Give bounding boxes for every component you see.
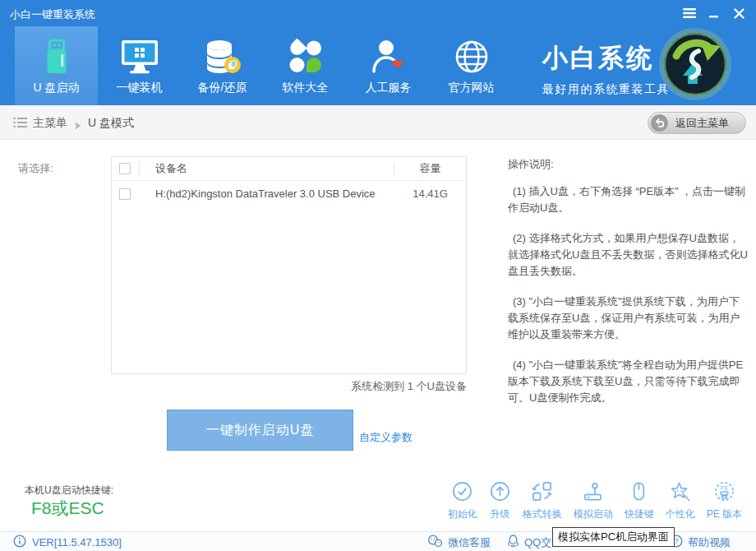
nav-label: 人工服务 xyxy=(366,81,412,95)
titlebar: 小白一键重装系统 xyxy=(0,0,756,26)
tool-hotkey[interactable]: 快捷键 xyxy=(619,480,660,521)
custom-params-link[interactable]: 自定义参数 xyxy=(359,430,413,445)
table-row[interactable]: H:(hd2)Kingston DataTraveler 3.0 USB Dev… xyxy=(112,181,466,206)
help-label: 帮助视频 xyxy=(688,535,731,550)
list-icon xyxy=(13,117,27,132)
wechat-label: 微信客服 xyxy=(448,535,491,550)
make-boot-usb-button[interactable]: 一键制作启动U盘 xyxy=(167,410,353,451)
col-capacity: 容量 xyxy=(394,161,466,176)
version-info: VER[11.5.47.1530] xyxy=(13,535,122,550)
nav-label: 软件大全 xyxy=(283,81,329,95)
nav-item-website[interactable]: 官方网站 xyxy=(430,26,513,105)
nav-label: 一键装机 xyxy=(117,81,163,95)
nav-label: U 盘启动 xyxy=(34,81,80,95)
svg-text:?: ? xyxy=(674,536,678,545)
main-nav: U 盘启动 一键装机 xyxy=(0,26,756,105)
hotkey-label: 本机U盘启动快捷键: xyxy=(25,484,113,498)
clover-apps-icon xyxy=(287,37,325,75)
main-content: 请选择: 设备名 容量 H:(hd2)Kingston DataTraveler… xyxy=(0,140,756,479)
col-device-name: 设备名 xyxy=(155,161,385,176)
window-title: 小白一键重装系统 xyxy=(10,7,95,22)
device-capacity: 14.41G xyxy=(394,188,466,200)
customer-service-icon xyxy=(370,37,408,75)
database-backup-icon xyxy=(202,37,243,75)
select-all-checkbox[interactable] xyxy=(119,163,131,174)
window-controls xyxy=(677,0,751,26)
tool-pe-version[interactable]: PE PE 版本 xyxy=(701,480,748,521)
back-to-main-button[interactable]: 返回主菜单 xyxy=(648,112,746,134)
back-arrow-icon xyxy=(651,114,668,132)
header-separator xyxy=(139,162,140,175)
brand: 小白系统 最好用的系统重装工具 xyxy=(542,41,670,97)
globe-icon xyxy=(453,37,491,75)
info-icon xyxy=(13,535,26,550)
simulate-boot-icon xyxy=(582,480,604,506)
nav-item-backup-restore[interactable]: 备份/还原 xyxy=(181,26,264,105)
instructions-panel: 操作说明: (1) 插入U盘，右下角选择 “PE版本” ，点击一键制作启动U盘。… xyxy=(508,156,748,420)
breadcrumb-current: U 盘模式 xyxy=(88,116,134,131)
tool-simulate-boot[interactable]: 模拟启动 xyxy=(568,480,619,521)
nav-item-service[interactable]: 人工服务 xyxy=(347,26,430,105)
breadcrumb: 主菜单 U 盘模式 返回主菜单 xyxy=(0,105,756,140)
instruction-step: (1) 插入U盘，右下角选择 “PE版本” ，点击一键制作启动U盘。 xyxy=(508,183,748,216)
wechat-icon xyxy=(427,535,443,550)
mouse-hotkey-icon xyxy=(628,480,650,506)
hotkey-value: F8或ESC xyxy=(31,497,104,520)
svg-text:PE: PE xyxy=(721,484,729,492)
qq-icon xyxy=(507,535,519,550)
instructions-title: 操作说明: xyxy=(508,156,748,173)
wechat-support-link[interactable]: 微信客服 xyxy=(427,535,491,550)
breadcrumb-arrow-icon xyxy=(75,118,81,133)
menu-icon[interactable] xyxy=(677,0,702,26)
device-table: 设备名 容量 H:(hd2)Kingston DataTraveler 3.0 … xyxy=(111,156,467,374)
brand-subtitle: 最好用的系统重装工具 xyxy=(542,82,670,97)
detect-status-text: 系统检测到 1 个U盘设备 xyxy=(111,379,467,394)
brand-logo-icon xyxy=(658,26,732,102)
tool-personalize[interactable]: 个性化 xyxy=(660,480,701,521)
breadcrumb-root[interactable]: 主菜单 xyxy=(33,116,67,131)
usb-drive-icon xyxy=(40,37,73,75)
tooltip: 模拟实体PC机启动界面 xyxy=(552,527,675,547)
instruction-step: (4) "小白一键重装系统"将全程自动为用户提供PE版本下载及系统下载至U盘，只… xyxy=(508,357,748,406)
minimize-icon[interactable] xyxy=(702,0,726,26)
tool-initialize[interactable]: 初始化 xyxy=(442,480,483,521)
device-checkbox[interactable] xyxy=(119,188,131,200)
tool-row: 初始化 升级 格式转换 xyxy=(442,480,748,521)
pe-version-icon: PE xyxy=(713,480,735,506)
tool-upgrade[interactable]: 升级 xyxy=(483,480,517,521)
initialize-icon xyxy=(451,480,473,506)
help-video-link[interactable]: ? 帮助视频 xyxy=(670,535,731,550)
app-window: 小白一键重装系统 U 盘 xyxy=(0,0,756,551)
nav-label: 备份/还原 xyxy=(198,81,247,95)
nav-item-usb-boot[interactable]: U 盘启动 xyxy=(15,26,98,105)
nav-label: 官方网站 xyxy=(449,81,495,95)
close-icon[interactable] xyxy=(726,0,751,26)
row-spacer xyxy=(139,188,140,201)
monitor-icon xyxy=(119,37,160,75)
table-header: 设备名 容量 xyxy=(112,157,466,181)
tool-format-convert[interactable]: 格式转换 xyxy=(517,480,568,521)
upgrade-icon xyxy=(489,480,511,506)
format-convert-icon xyxy=(531,480,553,506)
nav-item-software[interactable]: 软件大全 xyxy=(264,26,347,105)
version-text: VER[11.5.47.1530] xyxy=(32,536,122,549)
select-label: 请选择: xyxy=(18,161,53,176)
footer: 本机U盘启动快捷键: F8或ESC 初始化 升级 xyxy=(0,479,756,531)
nav-item-one-key-install[interactable]: 一键装机 xyxy=(98,26,181,105)
instruction-step: (2) 选择格式化方式，如果用户想保存U盘数据，就选择格式化U盘且不丢失数据，否… xyxy=(508,230,748,280)
device-name: H:(hd2)Kingston DataTraveler 3.0 USB Dev… xyxy=(155,188,394,200)
personalize-star-icon xyxy=(669,480,691,506)
brand-title: 小白系统 xyxy=(542,41,670,76)
back-button-label: 返回主菜单 xyxy=(675,116,729,131)
instruction-step: (3) "小白一键重装系统"提供系统下载，为用户下载系统保存至U盘，保证用户有系… xyxy=(508,294,748,343)
